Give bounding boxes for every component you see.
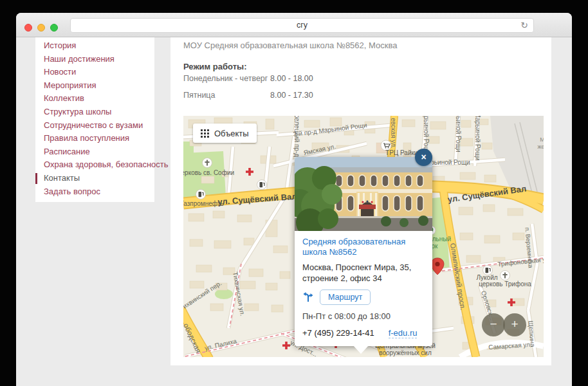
- zoom-window-button[interactable]: [50, 24, 58, 32]
- sidebar-item-dostizheniya[interactable]: Наши достижения: [35, 53, 154, 66]
- sidebar-item-zadat-vopros[interactable]: Задать вопрос: [35, 185, 154, 199]
- popup-close-button[interactable]: ×: [415, 149, 432, 166]
- map-label: рьиной Рощи: [455, 116, 462, 152]
- page-background: История Наши достижения Новости Мероприя…: [16, 37, 572, 385]
- schedule-days: Понедельник - четверг: [183, 74, 268, 83]
- sidebar-item-novosti[interactable]: Новости: [35, 66, 154, 79]
- sidebar-item-sotrudnichestvo[interactable]: Сотрудничество с вузами: [35, 119, 154, 133]
- map-label: Марьиной Рощи: [474, 116, 481, 161]
- sidebar-item-label: Контакты: [44, 173, 80, 183]
- schedule-heading: Режим работы:: [183, 62, 246, 71]
- popup-phone: +7 (495) 229-14-41: [302, 328, 374, 338]
- route-button[interactable]: Маршрут: [320, 290, 371, 305]
- map-zoom-controls: − +: [482, 313, 526, 336]
- popup-address: Москва, Проспект Мира, 35, строение 2, о…: [302, 262, 425, 284]
- sidebar-item-struktura[interactable]: Структура школы: [35, 106, 154, 119]
- fuel-station-icon: [257, 180, 267, 190]
- page-title: МОУ Средняя образовательная школа №8562,…: [183, 41, 397, 50]
- church-icon: [501, 271, 510, 280]
- popup-body: Средняя образовательная школа №8562 Моск…: [295, 231, 432, 346]
- screen: сгу ↻ История Наши достижения Новости Ме…: [0, 0, 588, 386]
- sidebar-item-kollektiv[interactable]: Коллектив: [35, 92, 154, 106]
- zoom-out-button[interactable]: −: [482, 313, 505, 336]
- popup-website-link[interactable]: f-edu.ru: [389, 328, 418, 338]
- schedule-days: Пятница: [183, 91, 215, 100]
- sidebar-item-pravila[interactable]: Правила поступления: [35, 132, 154, 145]
- sidebar-item-istoriya[interactable]: История: [35, 39, 154, 53]
- sidebar-item-kontakty[interactable]: Контакты: [35, 172, 154, 185]
- schedule-hours: 8.00 - 17.30: [270, 91, 313, 100]
- fuel-station-icon: [196, 190, 206, 199]
- map-label: же: [537, 143, 544, 150]
- refresh-icon[interactable]: ↻: [520, 20, 528, 30]
- objects-button-label: Объекты: [214, 129, 249, 138]
- close-window-button[interactable]: [24, 24, 32, 32]
- grid-icon: [201, 129, 209, 138]
- main-content: МОУ Средняя образовательная школа №8562,…: [170, 37, 551, 365]
- sidebar-item-meropriyatiya[interactable]: Мероприятия: [35, 79, 154, 93]
- map-label: евская ул.: [390, 118, 397, 149]
- sidebar-item-raspisanie[interactable]: Расписание: [35, 145, 154, 159]
- address-bar[interactable]: сгу ↻: [70, 18, 534, 33]
- popup-photo: [295, 157, 432, 231]
- popup-hours: Пн-Пт с 08:00 до 18:00: [302, 311, 425, 321]
- zoom-in-button[interactable]: +: [503, 313, 526, 336]
- url-text: сгу: [71, 21, 533, 30]
- schedule-hours: 8.00 - 18.00: [270, 74, 313, 83]
- map-label: М: [540, 136, 544, 143]
- browser-window: сгу ↻ История Наши достижения Новости Ме…: [16, 13, 572, 386]
- route-icon: [302, 291, 314, 303]
- map-label: церковь св. Софии: [183, 169, 234, 176]
- window-controls: [24, 24, 58, 32]
- map-popup: × Средняя образовательная школа №8562 Мо…: [295, 157, 432, 346]
- tree-foliage: [295, 166, 342, 231]
- sidebar-item-ohrana[interactable]: Охрана здоровья, безопасность: [35, 158, 154, 172]
- objects-button[interactable]: Объекты: [193, 124, 257, 143]
- map-label: вооружённых сил: [379, 349, 432, 356]
- popup-title-link[interactable]: Средняя образовательная школа №8562: [302, 237, 425, 257]
- map-label: церковь Трифона: [479, 280, 531, 288]
- minimize-window-button[interactable]: [37, 24, 45, 32]
- map[interactable]: 3-й пр-д Марьиной Рощи евская ул. ТРЦ Ра…: [183, 116, 544, 357]
- church-icon: [203, 158, 212, 168]
- sidebar: История Наши достижения Новости Мероприя…: [35, 37, 154, 202]
- map-label: Стрелецкий пр-д: [293, 116, 300, 157]
- browser-titlebar: сгу ↻: [16, 13, 572, 37]
- map-label: Газпромнефть: [183, 200, 224, 207]
- popup-tail: [353, 345, 369, 354]
- active-item-marker: [35, 173, 37, 184]
